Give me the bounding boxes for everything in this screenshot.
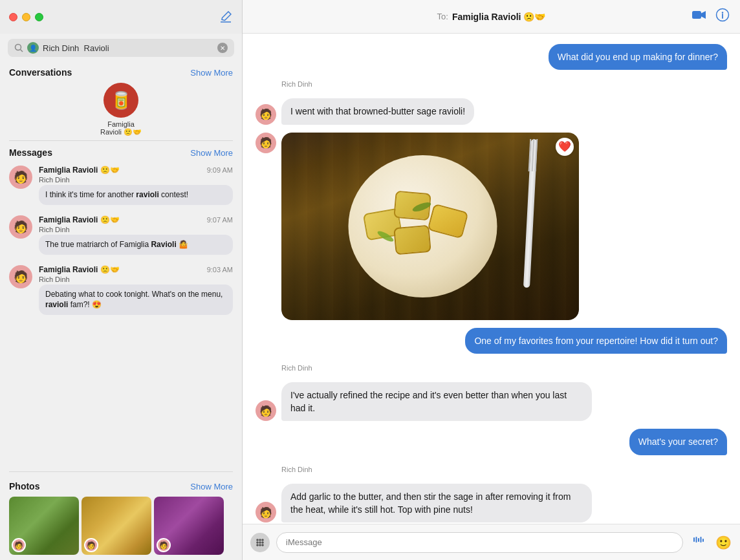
message-bubble-row: 🧑 I went with that browned-butter sage r…	[256, 98, 727, 124]
message-bubble-row: What's your secret?	[256, 429, 727, 455]
msg-avatar-2: 🧑	[9, 215, 32, 239]
search-bar: 👤 ✕	[8, 39, 234, 57]
photos-header: Photos Show More	[9, 481, 233, 491]
photo-thumb-3[interactable]: 🧑	[154, 497, 224, 555]
chat-header: To: Famiglia Ravioli 🙁🤝	[243, 0, 740, 34]
sender-label-rich: Rich Dinh	[256, 78, 727, 89]
svg-point-14	[259, 544, 261, 546]
svg-point-5	[722, 12, 723, 13]
divider-1	[9, 140, 233, 141]
messages-section: Messages Show More 🧑 Famiglia Ravioli 🙁🤝…	[0, 147, 242, 468]
right-panel: To: Famiglia Ravioli 🙁🤝 What did you e	[243, 0, 740, 560]
messages-show-more[interactable]: Show More	[190, 148, 233, 158]
conversation-item-famiglia[interactable]: 🥫 FamigliaRavioli 🙁🤝	[9, 83, 233, 136]
msg-group-name-1: Famiglia Ravioli 🙁🤝	[39, 166, 120, 175]
fullscreen-button[interactable]	[35, 13, 43, 21]
outgoing-bubble: One of my favorites from your repertoire…	[465, 328, 727, 354]
photo-thumb-2[interactable]: 🧑	[82, 497, 151, 555]
reaction-badge: ❤️	[556, 138, 574, 156]
minimize-button[interactable]	[22, 13, 30, 21]
search-contact-avatar: 👤	[27, 42, 39, 54]
sender-label-rich-3: Rich Dinh	[256, 463, 727, 475]
incoming-bubble: I went with that browned-butter sage rav…	[281, 98, 474, 124]
message-bubble-row-image: 🧑	[256, 133, 727, 320]
message-list-item[interactable]: 🧑 Famiglia Ravioli 🙁🤝 9:09 AM Rich Dinh …	[0, 160, 242, 210]
photos-grid: 🧑 🧑 🧑	[9, 497, 233, 555]
conversations-title: Conversations	[9, 67, 72, 78]
message-bubble-row: One of my favorites from your repertoire…	[256, 328, 727, 354]
conversations-show-more[interactable]: Show More	[190, 68, 233, 78]
chat-header-icons	[692, 8, 730, 25]
audio-input-button[interactable]	[690, 533, 708, 552]
chat-recipient-name: Famiglia Ravioli 🙁🤝	[452, 12, 545, 22]
msg-avatar-1: 🧑	[9, 166, 32, 189]
message-bubble-row: 🧑 Add garlic to the butter, and then sti…	[256, 484, 727, 523]
incoming-bubble: Add garlic to the butter, and then stir …	[281, 484, 592, 523]
conversations-section: Conversations Show More 🥫 FamigliaRaviol…	[0, 67, 242, 136]
svg-rect-16	[693, 537, 695, 542]
to-label: To:	[437, 12, 448, 21]
apps-button[interactable]	[250, 533, 270, 552]
search-clear-button[interactable]: ✕	[217, 43, 228, 53]
chat-avatar-rich-2: 🧑	[256, 400, 276, 421]
famiglia-avatar: 🥫	[103, 83, 138, 118]
message-bubble-row: 🧑 I've actually refined the recipe and i…	[256, 382, 727, 422]
outgoing-bubble: What's your secret?	[629, 429, 727, 455]
msg-content-1: Famiglia Ravioli 🙁🤝 9:09 AM Rich Dinh I …	[39, 166, 233, 205]
msg-sender-3: Rich Dinh	[39, 275, 233, 283]
outgoing-bubble: What did you end up making for dinner?	[549, 44, 727, 70]
messages-header: Messages Show More	[0, 147, 242, 158]
left-panel: 👤 ✕ Conversations Show More 🥫 FamigliaRa…	[0, 0, 243, 560]
msg-time-3: 9:03 AM	[207, 266, 233, 274]
message-input[interactable]	[276, 532, 683, 553]
msg-time-1: 9:09 AM	[207, 166, 233, 174]
svg-point-9	[261, 539, 264, 541]
sender-name: Rich Dinh	[281, 80, 312, 88]
sender-name: Rich Dinh	[281, 364, 312, 372]
photo-thumb-1[interactable]: 🧑	[9, 497, 79, 555]
messages-title: Messages	[9, 147, 52, 158]
svg-line-2	[21, 50, 23, 52]
facetime-icon[interactable]	[692, 10, 706, 23]
ravioli-image-bubble: ❤️	[281, 133, 579, 320]
msg-sender-1: Rich Dinh	[39, 176, 233, 184]
close-button[interactable]	[9, 13, 17, 21]
svg-point-15	[261, 544, 264, 546]
svg-point-8	[259, 539, 261, 541]
titlebar	[0, 0, 242, 34]
divider-2	[9, 471, 233, 472]
msg-avatar-3: 🧑	[9, 265, 32, 288]
svg-point-12	[261, 541, 264, 544]
conversations-header: Conversations Show More	[9, 67, 233, 78]
svg-rect-19	[701, 537, 702, 543]
message-bubble-row: What did you end up making for dinner?	[256, 44, 727, 70]
msg-preview-bubble-2: The true matriarch of Famiglia Ravioli 🤷	[39, 235, 233, 255]
chat-avatar-rich-img: 🧑	[256, 133, 276, 153]
msg-preview-bubble-1: I think it's time for another ravioli co…	[39, 185, 233, 205]
search-input[interactable]	[43, 43, 213, 53]
svg-point-11	[259, 541, 261, 544]
message-list-item[interactable]: 🧑 Famiglia Ravioli 🙁🤝 9:03 AM Rich Dinh …	[0, 260, 242, 321]
sender-label-rich-2: Rich Dinh	[256, 361, 727, 373]
msg-top-2: Famiglia Ravioli 🙁🤝 9:07 AM	[39, 215, 233, 224]
photos-show-more[interactable]: Show More	[190, 482, 233, 491]
photos-title: Photos	[9, 481, 39, 491]
msg-sender-2: Rich Dinh	[39, 226, 233, 233]
chat-avatar-rich: 🧑	[256, 104, 276, 125]
chat-avatar-rich-3: 🧑	[256, 502, 276, 522]
svg-point-13	[256, 544, 259, 546]
info-icon[interactable]	[715, 8, 730, 25]
msg-time-2: 9:07 AM	[207, 216, 233, 224]
photo-avatar-2: 🧑	[84, 538, 98, 552]
photo-avatar-3: 🧑	[157, 538, 171, 552]
search-icon	[14, 43, 23, 52]
famiglia-name: FamigliaRavioli 🙁🤝	[100, 120, 142, 136]
compose-button[interactable]	[219, 10, 233, 24]
incoming-bubble: I've actually refined the recipe and it'…	[281, 382, 592, 422]
message-list-item[interactable]: 🧑 Famiglia Ravioli 🙁🤝 9:07 AM Rich Dinh …	[0, 210, 242, 260]
emoji-button[interactable]: 🙂	[714, 533, 732, 552]
msg-top-3: Famiglia Ravioli 🙁🤝 9:03 AM	[39, 265, 233, 274]
svg-point-7	[256, 539, 259, 541]
sender-name: Rich Dinh	[281, 466, 312, 473]
svg-rect-3	[692, 11, 701, 19]
